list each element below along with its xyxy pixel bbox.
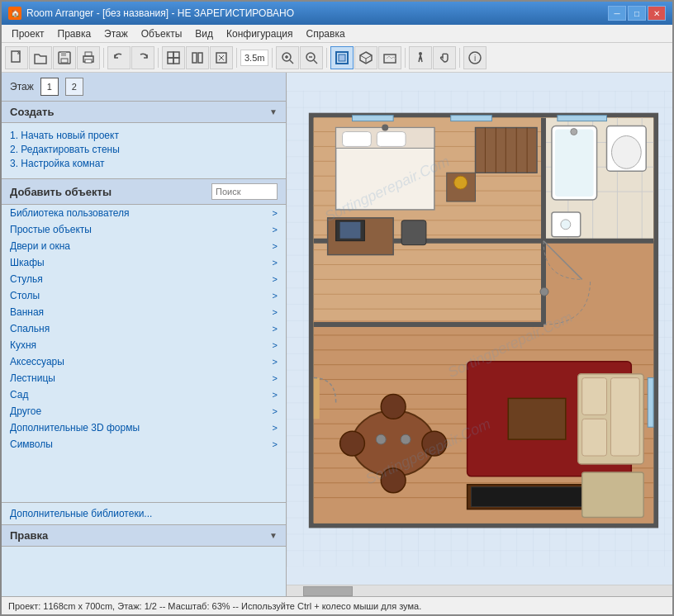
status-text: Проект: 1168cm x 700cm, Этаж: 1/2 -- Мас… — [8, 601, 421, 611]
minimize-button[interactable]: ─ — [608, 6, 626, 21]
extra-libs: Дополнительные библиотеки... — [2, 502, 286, 524]
menu-item-view[interactable]: Вид — [188, 26, 220, 41]
menu-item-project[interactable]: Проект — [5, 26, 51, 41]
sep6 — [405, 48, 406, 68]
title-bar: 🏠 Room Arranger - [без названия] - НЕ ЗА… — [2, 2, 672, 25]
floor-plan-svg: Sortingperepair.Com Sortingperepair.Com … — [287, 73, 672, 585]
3d-view-button[interactable] — [354, 46, 377, 69]
svg-point-114 — [401, 434, 411, 444]
svg-rect-2 — [61, 52, 66, 56]
hscrollbar[interactable] — [287, 585, 672, 596]
edit-section-header[interactable]: Правка ▼ — [2, 524, 286, 547]
obj-item-label-0: Библиотека пользователя — [10, 207, 130, 219]
window-controls: ─ □ ✕ — [608, 6, 666, 21]
list-item-11[interactable]: Сад > — [2, 386, 286, 403]
svg-line-25 — [360, 55, 366, 59]
sep7 — [459, 48, 460, 68]
svg-rect-87 — [340, 222, 361, 239]
create-title: Создать — [10, 106, 54, 118]
paste-layout-button[interactable] — [186, 46, 209, 69]
list-item-6[interactable]: Ванная > — [2, 304, 286, 320]
svg-rect-10 — [173, 58, 179, 64]
info-button[interactable]: i — [463, 46, 487, 69]
save-button[interactable] — [53, 46, 76, 69]
obj-arrow-icon-12: > — [273, 406, 278, 416]
list-item-7[interactable]: Спальня > — [2, 320, 286, 337]
obj-arrow-icon-9: > — [273, 357, 278, 367]
hand-button[interactable] — [433, 46, 456, 69]
undo-button[interactable] — [107, 46, 131, 69]
hscrollbar-thumb[interactable] — [303, 586, 353, 596]
maximize-button[interactable]: □ — [628, 6, 646, 21]
menu-item-edit[interactable]: Правка — [51, 26, 98, 41]
2d-view-button[interactable] — [330, 46, 354, 69]
list-item-4[interactable]: Стулья > — [2, 271, 286, 287]
menu-item-floor[interactable]: Этаж — [97, 26, 135, 41]
list-item-10[interactable]: Лестницы > — [2, 370, 286, 386]
floor-label: Этаж — [10, 81, 34, 92]
zoom-in-button[interactable] — [276, 46, 299, 69]
svg-rect-115 — [314, 378, 320, 419]
obj-item-label-1: Простые объекты — [10, 224, 92, 235]
svg-rect-102 — [582, 419, 607, 456]
main-area: Этаж 1 2 Создать ▼ 1. Начать новый проек… — [2, 73, 672, 596]
print-button[interactable] — [77, 46, 100, 69]
svg-rect-88 — [401, 220, 426, 245]
svg-rect-24 — [339, 54, 345, 61]
new-project-link[interactable]: 1. Начать новый проект — [10, 130, 278, 141]
menu-item-config[interactable]: Конфигурация — [220, 26, 300, 41]
floor-2-button[interactable]: 2 — [65, 78, 83, 96]
close-button[interactable]: ✕ — [648, 6, 666, 21]
list-item-12[interactable]: Другое > — [2, 403, 286, 419]
svg-point-29 — [419, 52, 422, 55]
menu-item-objects[interactable]: Объекты — [135, 26, 189, 41]
room-settings-link[interactable]: 3. Настройка комнат — [10, 158, 278, 169]
obj-arrow-icon-10: > — [273, 373, 278, 383]
edit-walls-link[interactable]: 2. Редактировать стены — [10, 144, 278, 155]
new-button[interactable] — [5, 46, 28, 69]
extra-libs-link[interactable]: Дополнительные библиотеки... — [10, 508, 152, 519]
floor-bar: Этаж 1 2 — [2, 73, 286, 102]
svg-rect-116 — [352, 116, 393, 121]
svg-rect-77 — [377, 132, 406, 147]
svg-rect-107 — [582, 472, 644, 518]
list-item-5[interactable]: Столы > — [2, 287, 286, 304]
list-item-3[interactable]: Шкафы > — [2, 254, 286, 271]
render-button[interactable] — [378, 46, 401, 69]
list-item-1[interactable]: Простые объекты > — [2, 221, 286, 238]
svg-rect-3 — [61, 59, 68, 63]
obj-item-label-7: Спальня — [10, 323, 50, 334]
open-button[interactable] — [29, 46, 52, 69]
svg-line-26 — [366, 55, 372, 59]
list-item-13[interactable]: Дополнительные 3D формы > — [2, 419, 286, 436]
list-item-0[interactable]: Библиотека пользователя > — [2, 205, 286, 221]
obj-arrow-icon-0: > — [273, 208, 278, 218]
walk-button[interactable] — [409, 46, 432, 69]
svg-rect-106 — [472, 487, 586, 507]
list-item-14[interactable]: Символы > — [2, 436, 286, 453]
floor-1-button[interactable]: 1 — [40, 78, 59, 96]
svg-point-109 — [381, 394, 406, 419]
svg-point-113 — [376, 434, 386, 444]
zoom-out-button[interactable] — [300, 46, 323, 69]
window-title: Room Arranger - [без названия] - НЕ ЗАРЕ… — [26, 7, 608, 19]
list-item-8[interactable]: Кухня > — [2, 337, 286, 353]
search-input[interactable] — [211, 183, 278, 200]
canvas-area[interactable]: Sortingperepair.Com Sortingperepair.Com … — [287, 73, 672, 585]
svg-text:i: i — [474, 54, 476, 63]
list-item-2[interactable]: Двери и окна > — [2, 238, 286, 254]
copy-layout-button[interactable] — [162, 46, 185, 69]
obj-arrow-icon-5: > — [273, 291, 278, 301]
svg-point-90 — [454, 176, 468, 189]
list-item-9[interactable]: Аксессуары > — [2, 353, 286, 370]
fit-button[interactable] — [210, 46, 233, 69]
svg-rect-92 — [555, 130, 594, 197]
redo-button[interactable] — [131, 46, 154, 69]
canvas-wrapper: Sortingperepair.Com Sortingperepair.Com … — [287, 73, 672, 596]
main-window: 🏠 Room Arranger - [без названия] - НЕ ЗА… — [0, 0, 674, 616]
svg-rect-8 — [173, 52, 179, 58]
menu-item-help[interactable]: Справка — [300, 26, 352, 41]
obj-item-label-11: Сад — [10, 389, 28, 400]
obj-arrow-icon-4: > — [273, 274, 278, 284]
create-section-header[interactable]: Создать ▼ — [2, 102, 286, 123]
